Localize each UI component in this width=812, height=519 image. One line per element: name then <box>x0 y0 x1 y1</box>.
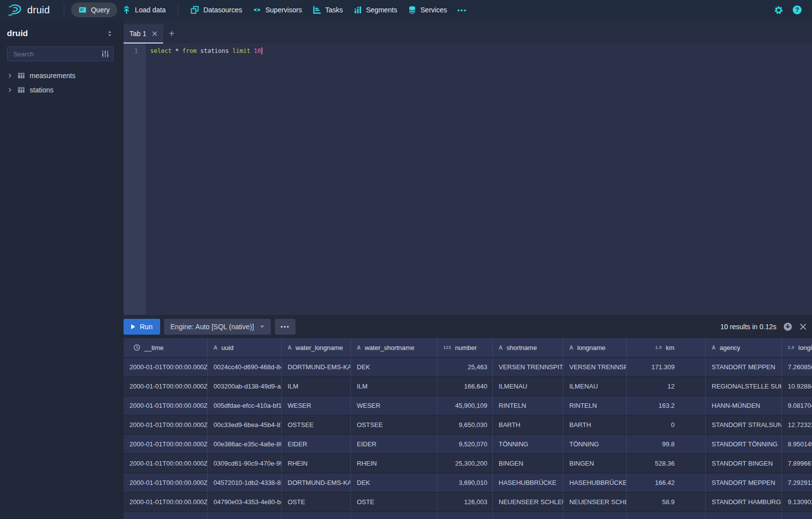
nav-item-segments[interactable]: Segments <box>348 2 403 17</box>
cell[interactable]: 3,690,010 <box>437 474 493 492</box>
cell[interactable]: ILMENAU <box>493 377 563 395</box>
cell[interactable]: DORTMUND-EMS-KANA <box>282 474 351 492</box>
cell[interactable]: 171.309 <box>627 358 706 376</box>
filter-sliders-icon[interactable] <box>101 50 109 58</box>
cell[interactable]: 2000-01-01T00:00:00.000Z <box>124 493 208 511</box>
cell[interactable]: DEK <box>351 474 437 492</box>
column-header-longitude[interactable]: 1.0longitude <box>782 338 812 357</box>
cell[interactable]: 9,520,070 <box>437 435 493 453</box>
nav-item-query[interactable]: Query <box>71 2 117 17</box>
close-results-icon[interactable] <box>800 324 806 330</box>
cell[interactable]: 7.292912 <box>782 474 812 492</box>
cell[interactable]: 9.081704 <box>782 396 812 415</box>
cell[interactable]: EIDER <box>351 435 437 453</box>
cell[interactable] <box>627 512 706 519</box>
cell[interactable]: 10.928842 <box>782 377 812 395</box>
cell[interactable]: 9,650,030 <box>437 416 493 434</box>
cell[interactable]: 12 <box>627 377 706 395</box>
druid-logo[interactable]: druid <box>8 3 50 16</box>
cell[interactable]: 166.42 <box>627 474 706 492</box>
search-input[interactable] <box>12 50 101 58</box>
nav-item-datasources[interactable]: Datasources <box>185 2 248 17</box>
cell[interactable]: 2000-01-01T00:00:00.000Z <box>124 474 208 492</box>
nav-item-supervisors[interactable]: Supervisors <box>248 2 307 17</box>
column-header-uuid[interactable]: Auuid <box>208 338 282 357</box>
cell[interactable] <box>493 512 563 519</box>
cell[interactable]: 2000-01-01T00:00:00.000Z <box>124 435 208 453</box>
cell[interactable]: 005dfdae-efcc-410a-bf1 <box>208 396 282 415</box>
cell[interactable]: HASEHUBBRÜCKE <box>493 474 563 492</box>
nav-item-tasks[interactable]: Tasks <box>307 2 348 17</box>
cell[interactable] <box>208 512 282 519</box>
cell[interactable]: OSTE <box>282 493 351 511</box>
cell[interactable]: 04572010-1db2-4338-85 <box>208 474 282 492</box>
cell[interactable]: STANDORT TÖNNING <box>706 435 782 453</box>
close-tab-icon[interactable] <box>152 31 157 36</box>
cell[interactable]: RINTELN <box>563 396 627 415</box>
cell[interactable] <box>706 512 782 519</box>
engine-select[interactable]: Engine: Auto [SQL (native)] <box>164 319 271 335</box>
run-more-button[interactable]: ••• <box>275 319 296 335</box>
cell[interactable]: HASEHUBBRÜCKE <box>563 474 627 492</box>
gear-icon[interactable] <box>774 5 783 15</box>
cell[interactable] <box>351 512 437 519</box>
cell[interactable]: 99.8 <box>627 435 706 453</box>
column-header-__time[interactable]: __time <box>124 338 208 357</box>
cell[interactable]: 00c33ed9-6bea-45b4-87 <box>208 416 282 434</box>
cell[interactable]: ILM <box>351 377 437 395</box>
cell[interactable]: 003200ab-d138-49d9-aa <box>208 377 282 395</box>
cell[interactable]: OSTSEE <box>282 416 351 434</box>
cell[interactable] <box>782 512 812 519</box>
cell[interactable]: 00e386ac-e35c-4a6e-80 <box>208 435 282 453</box>
sql-text[interactable]: select * from stations limit 10 <box>146 43 812 315</box>
cell[interactable]: VERSEN TRENNSPITZE <box>563 358 627 376</box>
cell[interactable]: 2000-01-01T00:00:00.000Z <box>124 358 208 376</box>
tree-item-stations[interactable]: stations <box>7 83 114 97</box>
column-header-shortname[interactable]: Ashortname <box>493 338 563 357</box>
cell[interactable]: 9.130902 <box>782 493 812 511</box>
cell[interactable]: DORTMUND-EMS-KANA <box>282 358 351 376</box>
cell[interactable]: STANDORT BINGEN <box>706 454 782 473</box>
cell[interactable]: 2000-01-01T00:00:00.000Z <box>124 454 208 473</box>
cell[interactable] <box>124 512 208 519</box>
cell[interactable]: TÖNNING <box>563 435 627 453</box>
cell[interactable]: ILMENAU <box>563 377 627 395</box>
nav-more-button[interactable]: ••• <box>452 2 472 17</box>
cell[interactable]: TÖNNING <box>493 435 563 453</box>
cell[interactable]: 45,900,109 <box>437 396 493 415</box>
cell[interactable]: OSTSEE <box>351 416 437 434</box>
cell[interactable]: 25,463 <box>437 358 493 376</box>
cell[interactable]: 7.260856 <box>782 358 812 376</box>
cell[interactable]: WESER <box>351 396 437 415</box>
cell[interactable]: 2000-01-01T00:00:00.000Z <box>124 416 208 434</box>
cell[interactable]: NEUENSEER SCHLEUSEN <box>493 493 563 511</box>
sql-editor[interactable]: 1 select * from stations limit 10 <box>120 43 812 315</box>
cell[interactable]: HANN-MÜNDEN <box>706 396 782 415</box>
cell[interactable]: WESER <box>282 396 351 415</box>
double-caret-vertical-icon[interactable] <box>106 30 114 38</box>
cell[interactable]: STANDORT MEPPEN <box>706 358 782 376</box>
cell[interactable]: BARTH <box>563 416 627 434</box>
cell[interactable]: 12.723226 <box>782 416 812 434</box>
cell[interactable]: 0 <box>627 416 706 434</box>
cell[interactable]: BINGEN <box>493 454 563 473</box>
column-header-km[interactable]: 1.0km <box>627 338 706 357</box>
cell[interactable]: EIDER <box>282 435 351 453</box>
cell[interactable]: 2000-01-01T00:00:00.000Z <box>124 377 208 395</box>
cell[interactable]: RINTELN <box>493 396 563 415</box>
cell[interactable]: VERSEN TRENNSPITZE <box>493 358 563 376</box>
cell[interactable] <box>282 512 351 519</box>
nav-item-services[interactable]: Services <box>403 2 453 17</box>
cell[interactable]: 25,300,200 <box>437 454 493 473</box>
column-header-water_longname[interactable]: Awater_longname <box>282 338 351 357</box>
cell[interactable]: ILM <box>282 377 351 395</box>
tree-item-measurements[interactable]: measurements <box>7 68 114 83</box>
cell[interactable]: 2000-01-01T00:00:00.000Z <box>124 396 208 415</box>
column-header-water_shortname[interactable]: Awater_shortname <box>351 338 437 357</box>
cell[interactable]: NEUENSEER SCHLEUSEN <box>563 493 627 511</box>
cell[interactable]: OSTE <box>351 493 437 511</box>
help-icon[interactable]: ? <box>792 5 802 15</box>
cell[interactable]: 58.9 <box>627 493 706 511</box>
cell[interactable]: 8.950149 <box>782 435 812 453</box>
cell[interactable]: RHEIN <box>351 454 437 473</box>
